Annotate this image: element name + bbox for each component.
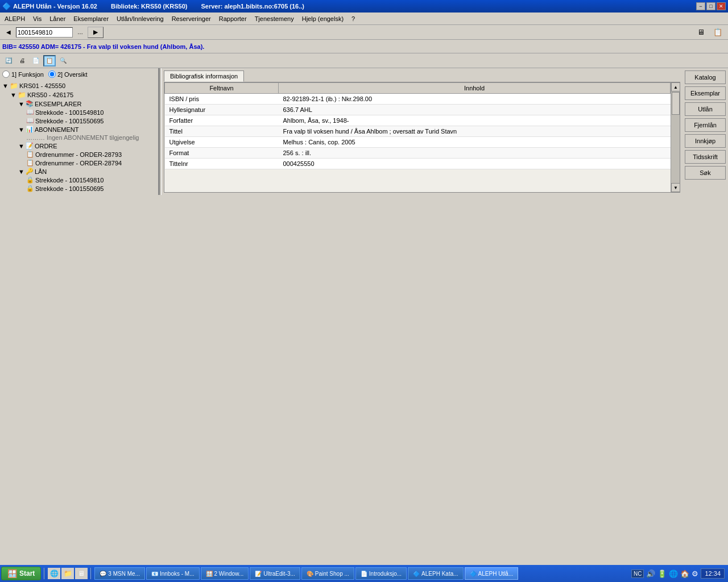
app-icon: 🔷 bbox=[2, 2, 11, 10]
taskbar-msn[interactable]: 💬 3 MSN Me... bbox=[94, 567, 145, 580]
menu-reserveringer[interactable]: Reserveringer bbox=[168, 14, 214, 23]
tree-item-order1[interactable]: 📋 Ordrenummer - ORDER-28793 bbox=[26, 150, 156, 159]
menu-question[interactable]: ? bbox=[348, 14, 358, 23]
toolbar-back-btn[interactable]: ◀ bbox=[2, 27, 15, 38]
btn-innkjop[interactable]: Innkjøp bbox=[685, 134, 726, 148]
lan-barcode-icon2: 🔒 bbox=[26, 185, 34, 192]
start-label: Start bbox=[19, 569, 35, 577]
menu-utlan[interactable]: Utlån/Innlevering bbox=[113, 14, 167, 23]
toolbar2-btn1[interactable]: 🔄 bbox=[2, 55, 15, 66]
folder-icon: 📁 bbox=[10, 82, 18, 90]
minimize-button[interactable]: − bbox=[696, 2, 705, 10]
taskbar-paintshop[interactable]: 🎨 Paint Shop ... bbox=[301, 567, 354, 580]
barcode-icon: 📖 bbox=[26, 109, 34, 116]
taskbar-windows[interactable]: 🪟 2 Window... bbox=[201, 567, 249, 580]
radio-funksjon[interactable]: 1] Funksjon bbox=[2, 70, 44, 78]
table-scroll-area[interactable]: Feltnavn Innhold ISBN / pris82-92189-21-… bbox=[164, 82, 671, 192]
toolbar2-btn5[interactable]: 🔍 bbox=[57, 55, 69, 66]
tree-item-ordre[interactable]: ▼ 📝 ORDRE bbox=[18, 142, 156, 150]
toolbar2-btn2[interactable]: 🖨 bbox=[16, 55, 28, 66]
ql-btn3[interactable]: 🖥 bbox=[75, 568, 88, 579]
menu-vis[interactable]: Vis bbox=[30, 14, 45, 23]
lan-barcode-icon1: 🔒 bbox=[26, 176, 34, 184]
titlebar-library: Bibliotek: KRS50 (KRS50) bbox=[111, 3, 187, 10]
radio-group: 1] Funksjon 2] Oversikt bbox=[2, 70, 156, 78]
toolbar2-btn3[interactable]: 📄 bbox=[30, 55, 42, 66]
menu-aleph[interactable]: ALEPH bbox=[1, 14, 28, 23]
menu-tjenestemeny[interactable]: Tjenestemeny bbox=[251, 14, 297, 23]
tree-root: ▼ 📁 KRS01 - 425550 ▼ 📁 KRS50 - 426175 ▼ … bbox=[2, 81, 156, 193]
taskbar-introduksjo[interactable]: 📄 Introduksjo... bbox=[355, 567, 407, 580]
btn-eksemplar[interactable]: Eksemplar bbox=[685, 86, 726, 100]
tree-item-order2[interactable]: 📋 Ordrenummer - ORDER-28794 bbox=[26, 159, 156, 167]
taskbar-aleph-kata[interactable]: 🔷 ALEPH Kata... bbox=[408, 567, 463, 580]
taskbar-aleph-utla[interactable]: 🔷 ALEPH Utlå... bbox=[465, 567, 519, 580]
maximize-button[interactable]: □ bbox=[706, 2, 715, 10]
toolbar2: 🔄 🖨 📄 📋 🔍 bbox=[0, 53, 728, 68]
taskbar-ultraedit[interactable]: 📝 UltraEdit-3... bbox=[250, 567, 300, 580]
toolbar-icon1[interactable]: 🖥 bbox=[693, 26, 709, 39]
start-button[interactable]: 🪟 Start bbox=[1, 567, 41, 580]
tray-icon4: 🏠 bbox=[680, 569, 689, 578]
table-body: ISBN / pris82-92189-21-1 (ib.) : Nkr.298… bbox=[165, 94, 671, 169]
innboks-icon: 📧 bbox=[151, 571, 158, 577]
windows-label: 2 Window... bbox=[214, 571, 244, 577]
btn-utlan[interactable]: Utlån bbox=[685, 102, 726, 116]
tree-item-lan-barcode2[interactable]: 🔒 Strekkode - 1001550695 bbox=[26, 184, 156, 193]
tree-item-barcode1[interactable]: 📖 Strekkode - 1001549810 bbox=[26, 108, 156, 117]
menu-eksemplarer[interactable]: Eksemplarer bbox=[70, 14, 112, 23]
scrollbar-vertical[interactable]: ▲ ▼ bbox=[671, 82, 680, 192]
radio-oversikt[interactable]: 2] Oversikt bbox=[48, 70, 88, 78]
infobar: BIB= 425550 ADM= 426175 - Fra valp til v… bbox=[0, 40, 728, 53]
btn-katalog[interactable]: Katalog bbox=[685, 70, 726, 84]
abonnement-children: ……… Ingen ABONNEMENT tilgjengelig bbox=[26, 134, 156, 142]
scroll-up-arrow[interactable]: ▲ bbox=[671, 82, 680, 92]
menu-rapporter[interactable]: Rapporter bbox=[216, 14, 250, 23]
tree-item-lan[interactable]: ▼ 🔑 LÅN bbox=[18, 167, 156, 176]
taskbar-innboks[interactable]: 📧 Innboks - M... bbox=[146, 567, 200, 580]
tab-bibliografisk[interactable]: Bibliografisk informasjon bbox=[164, 70, 244, 82]
tree-item-barcode2[interactable]: 📖 Strekkode - 1001550695 bbox=[26, 117, 156, 125]
tree-item-abonnement[interactable]: ▼ 📊 ABONNEMENT bbox=[18, 125, 156, 134]
toolbar2-btn4[interactable]: 📋 bbox=[43, 55, 56, 66]
table-cell-innhold: Ahlbom, Åsa, sv., 1948- bbox=[279, 115, 671, 126]
radio-oversikt-label: 2] Oversikt bbox=[57, 71, 88, 78]
bib-info-text: BIB= 425550 ADM= 426175 - Fra valp til v… bbox=[2, 43, 204, 50]
tree-item-eksemplarer[interactable]: ▼ 📚 EKSEMPLARER bbox=[18, 99, 156, 108]
abonnement-label: ABONNEMENT bbox=[35, 126, 79, 133]
close-button[interactable]: ✕ bbox=[717, 2, 726, 10]
tree-item-no-abonnement: ……… Ingen ABONNEMENT tilgjengelig bbox=[26, 134, 156, 142]
toolbar-go-btn[interactable]: ▶ bbox=[88, 27, 104, 38]
btn-sok[interactable]: Søk bbox=[685, 166, 726, 180]
ultraedit-icon: 📝 bbox=[255, 571, 262, 577]
toolbar-browse-btn[interactable]: … bbox=[74, 27, 86, 38]
krs50-label: KRS50 - 426175 bbox=[27, 92, 73, 98]
table-row: TittelFra valp til voksen hund / Åsa Ahl… bbox=[165, 126, 671, 137]
scroll-down-arrow[interactable]: ▼ bbox=[671, 183, 680, 192]
barcode2-label: Strekkode - 1001550695 bbox=[35, 118, 104, 124]
btn-fjernlan[interactable]: Fjernlån bbox=[685, 118, 726, 132]
quick-launch-sep2 bbox=[90, 568, 92, 579]
table-cell-innhold: Fra valp til voksen hund / Åsa Ahlbom ; … bbox=[279, 126, 671, 137]
tree-item-krs01[interactable]: ▼ 📁 KRS01 - 425550 bbox=[2, 81, 156, 90]
btn-tidsskrift[interactable]: Tidsskrift bbox=[685, 150, 726, 164]
table-cell-innhold: 256 s. : ill. bbox=[279, 148, 671, 159]
eksemplarer-icon: 📚 bbox=[26, 100, 34, 107]
tree-item-lan-barcode1[interactable]: 🔒 Strekkode - 1001549810 bbox=[26, 176, 156, 184]
tree-item-krs50[interactable]: ▼ 📁 KRS50 - 426175 bbox=[10, 90, 156, 99]
toolbar-icon2[interactable]: 📋 bbox=[710, 26, 726, 39]
aleph-kata-label: ALEPH Kata... bbox=[421, 571, 458, 577]
ordre-icon: 📝 bbox=[26, 142, 34, 149]
scrollbar-thumb[interactable] bbox=[672, 92, 680, 115]
ql-btn2[interactable]: 📁 bbox=[61, 568, 74, 579]
windows-icon: 🪟 bbox=[206, 571, 213, 577]
order-icon2: 📋 bbox=[26, 159, 34, 167]
krs01-collapse-icon: ▼ bbox=[2, 82, 9, 89]
search-input[interactable] bbox=[16, 27, 73, 38]
tray-icon5: ⚙ bbox=[692, 569, 698, 578]
table-row: ForfatterAhlbom, Åsa, sv., 1948- bbox=[165, 115, 671, 126]
ql-btn1[interactable]: 🌐 bbox=[48, 568, 60, 579]
table-row: Tittelnr000425550 bbox=[165, 159, 671, 169]
menu-hjelp[interactable]: Hjelp (engelsk) bbox=[299, 14, 347, 23]
menu-laner[interactable]: Låner bbox=[46, 14, 69, 23]
